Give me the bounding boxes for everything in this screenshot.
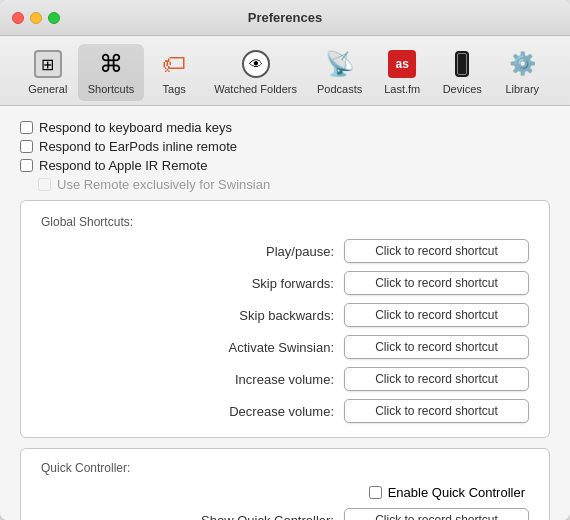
play-pause-button[interactable]: Click to record shortcut [344, 239, 529, 263]
global-shortcuts-section: Global Shortcuts: Play/pause: Click to r… [20, 200, 550, 438]
increase-volume-label: Increase volume: [214, 372, 334, 387]
decrease-volume-button[interactable]: Click to record shortcut [344, 399, 529, 423]
keyboard-media-label[interactable]: Respond to keyboard media keys [39, 120, 232, 135]
show-quick-controller-row: Show Quick Controller: Click to record s… [41, 508, 529, 520]
toolbar-label-general: General [28, 83, 67, 95]
shortcut-row-skip-backwards: Skip backwards: Click to record shortcut [41, 303, 529, 327]
toolbar: ⊞ General ⌘ Shortcuts 🏷 Tags 👁 Watched F… [0, 36, 570, 106]
skip-forwards-button[interactable]: Click to record shortcut [344, 271, 529, 295]
watched-folders-icon: 👁 [240, 48, 272, 80]
show-quick-controller-label: Show Quick Controller: [201, 513, 334, 521]
shortcut-row-decrease-volume: Decrease volume: Click to record shortcu… [41, 399, 529, 423]
earpods-checkbox[interactable] [20, 140, 33, 153]
activate-swinsian-label: Activate Swinsian: [214, 340, 334, 355]
apple-ir-label[interactable]: Respond to Apple IR Remote [39, 158, 207, 173]
skip-backwards-label: Skip backwards: [214, 308, 334, 323]
window-title: Preferences [248, 10, 322, 25]
close-button[interactable] [12, 12, 24, 24]
global-shortcuts-title: Global Shortcuts: [41, 215, 529, 229]
content-area: Respond to keyboard media keys Respond t… [0, 106, 570, 520]
skip-forwards-label: Skip forwards: [214, 276, 334, 291]
preferences-window: Preferences ⊞ General ⌘ Shortcuts 🏷 Tags [0, 0, 570, 520]
lastfm-logo: as [388, 50, 416, 78]
quick-controller-title: Quick Controller: [41, 461, 529, 475]
toolbar-item-general[interactable]: ⊞ General [18, 44, 78, 101]
show-quick-controller-button[interactable]: Click to record shortcut [344, 508, 529, 520]
decrease-volume-label: Decrease volume: [214, 404, 334, 419]
podcasts-icon: 📡 [324, 48, 356, 80]
toolbar-label-podcasts: Podcasts [317, 83, 362, 95]
lastfm-icon: as [386, 48, 418, 80]
toolbar-label-shortcuts: Shortcuts [88, 83, 134, 95]
maximize-button[interactable] [48, 12, 60, 24]
traffic-lights [12, 12, 60, 24]
library-icon: ⚙️ [506, 48, 538, 80]
apple-ir-checkbox[interactable] [20, 159, 33, 172]
activate-swinsian-button[interactable]: Click to record shortcut [344, 335, 529, 359]
toolbar-item-shortcuts[interactable]: ⌘ Shortcuts [78, 44, 144, 101]
increase-volume-button[interactable]: Click to record shortcut [344, 367, 529, 391]
minimize-button[interactable] [30, 12, 42, 24]
shortcuts-icon: ⌘ [95, 48, 127, 80]
toolbar-item-library[interactable]: ⚙️ Library [492, 44, 552, 101]
enable-quick-controller-label[interactable]: Enable Quick Controller [388, 485, 525, 500]
toolbar-item-podcasts[interactable]: 📡 Podcasts [307, 44, 372, 101]
shortcut-row-play-pause: Play/pause: Click to record shortcut [41, 239, 529, 263]
toolbar-item-devices[interactable]: Devices [432, 44, 492, 101]
toolbar-label-lastfm: Last.fm [384, 83, 420, 95]
remote-exclusive-label: Use Remote exclusively for Swinsian [57, 177, 270, 192]
toolbar-item-lastfm[interactable]: as Last.fm [372, 44, 432, 101]
enable-quick-controller-checkbox[interactable] [369, 486, 382, 499]
enable-quick-controller-row: Enable Quick Controller [41, 485, 529, 500]
shortcut-row-skip-forwards: Skip forwards: Click to record shortcut [41, 271, 529, 295]
shortcut-row-increase-volume: Increase volume: Click to record shortcu… [41, 367, 529, 391]
skip-backwards-button[interactable]: Click to record shortcut [344, 303, 529, 327]
general-icon-shape: ⊞ [34, 50, 62, 78]
title-bar: Preferences [0, 0, 570, 36]
keyboard-media-checkbox[interactable] [20, 121, 33, 134]
toolbar-label-devices: Devices [443, 83, 482, 95]
watched-eye-icon: 👁 [242, 50, 270, 78]
general-icon: ⊞ [32, 48, 64, 80]
earpods-label[interactable]: Respond to EarPods inline remote [39, 139, 237, 154]
apple-ir-row: Respond to Apple IR Remote [20, 158, 550, 173]
toolbar-label-watched-folders: Watched Folders [214, 83, 297, 95]
toolbar-label-library: Library [505, 83, 539, 95]
tags-icon: 🏷 [158, 48, 190, 80]
toolbar-item-tags[interactable]: 🏷 Tags [144, 44, 204, 101]
shortcut-row-activate-swinsian: Activate Swinsian: Click to record short… [41, 335, 529, 359]
toolbar-label-tags: Tags [163, 83, 186, 95]
play-pause-label: Play/pause: [214, 244, 334, 259]
toolbar-item-watched-folders[interactable]: 👁 Watched Folders [204, 44, 307, 101]
quick-controller-section: Quick Controller: Enable Quick Controlle… [20, 448, 550, 520]
earpods-row: Respond to EarPods inline remote [20, 139, 550, 154]
remote-exclusive-row: Use Remote exclusively for Swinsian [20, 177, 550, 192]
device-phone-icon [455, 51, 469, 77]
remote-exclusive-checkbox [38, 178, 51, 191]
devices-icon [446, 48, 478, 80]
keyboard-media-row: Respond to keyboard media keys [20, 120, 550, 135]
